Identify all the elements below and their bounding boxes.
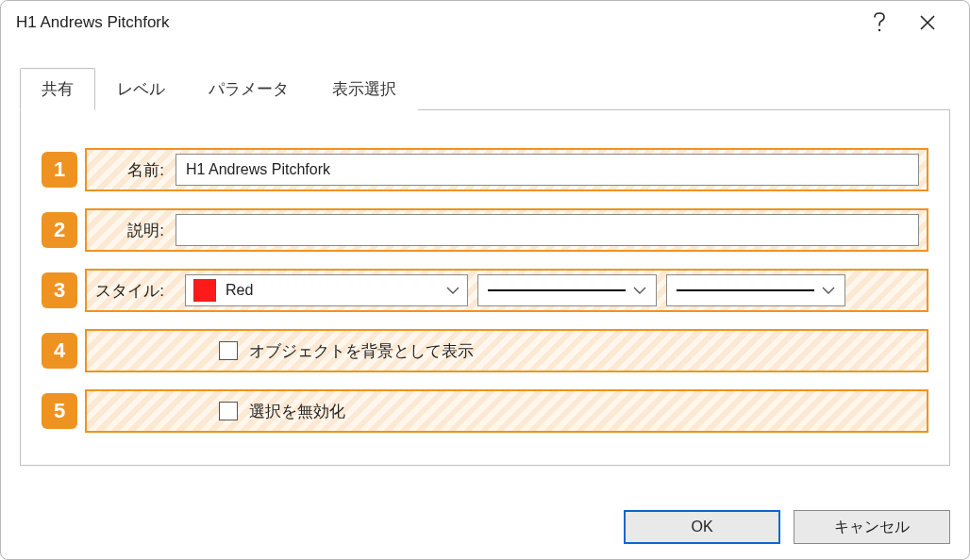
line-sample — [488, 289, 626, 291]
name-input[interactable] — [176, 154, 919, 186]
cancel-button[interactable]: キャンセル — [794, 510, 950, 544]
tab-levels[interactable]: レベル — [95, 68, 187, 110]
tab-common[interactable]: 共有 — [20, 68, 95, 110]
draw-as-background-checkbox[interactable] — [219, 341, 238, 360]
draw-as-background-label: オブジェクトを背景として表示 — [249, 340, 474, 362]
badge-5: 5 — [42, 393, 77, 429]
desc-input[interactable] — [176, 214, 919, 246]
badge-3: 3 — [42, 272, 77, 308]
line-style-select[interactable] — [477, 274, 657, 306]
label-style: スタイル: — [87, 280, 176, 302]
color-swatch — [193, 279, 216, 302]
color-name: Red — [226, 282, 446, 299]
tab-panel: 1 名前: 2 説明: 3 スタイル: — [20, 109, 950, 466]
tab-params[interactable]: パラメータ — [187, 68, 310, 110]
label-desc: 説明: — [87, 220, 176, 241]
title-bar: H1 Andrews Pitchfork — [1, 1, 969, 44]
dialog-window: H1 Andrews Pitchfork 共有 レベル パラメータ 表示選択 1 — [0, 0, 970, 560]
window-title: H1 Andrews Pitchfork — [16, 13, 170, 32]
chevron-down-icon — [446, 287, 460, 294]
label-name: 名前: — [87, 159, 176, 181]
width-sample — [677, 289, 814, 291]
badge-1: 1 — [42, 152, 77, 188]
tab-bar: 共有 レベル パラメータ 表示選択 — [20, 67, 950, 109]
disable-selection-label: 選択を無効化 — [249, 401, 345, 422]
chevron-down-icon — [822, 287, 835, 294]
close-icon[interactable] — [901, 1, 954, 44]
color-select[interactable]: Red — [185, 274, 468, 306]
badge-4: 4 — [42, 333, 77, 369]
disable-selection-checkbox[interactable] — [219, 402, 238, 420]
line-width-select[interactable] — [666, 274, 845, 306]
chevron-down-icon — [633, 287, 646, 294]
svg-point-0 — [878, 29, 880, 31]
badge-2: 2 — [42, 212, 77, 248]
ok-button[interactable]: OK — [624, 510, 780, 544]
dialog-footer: OK キャンセル — [1, 495, 969, 559]
tab-display[interactable]: 表示選択 — [310, 68, 418, 110]
help-icon[interactable] — [858, 1, 901, 44]
